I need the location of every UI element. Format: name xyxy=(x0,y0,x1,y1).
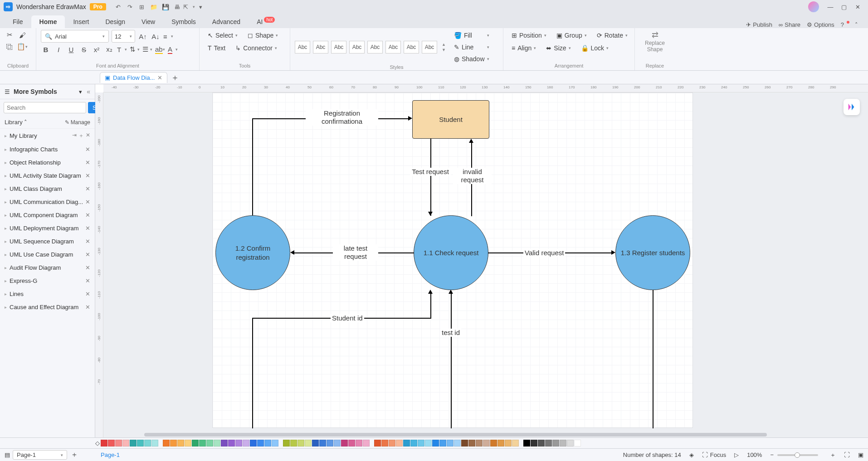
color-swatch[interactable] xyxy=(290,440,297,446)
style-swatch[interactable]: Abc xyxy=(349,41,365,53)
color-swatch[interactable] xyxy=(468,440,475,446)
panel-dropdown-icon[interactable]: ▾ xyxy=(79,88,82,95)
color-swatch[interactable] xyxy=(454,440,461,446)
process-register-students[interactable]: 1.3 Register students xyxy=(615,215,690,290)
library-item[interactable]: ▸Audit Flow Diagram✕ xyxy=(0,261,95,274)
color-swatch[interactable] xyxy=(144,440,151,446)
color-swatch[interactable] xyxy=(108,440,115,446)
close-window-button[interactable]: ✕ xyxy=(851,0,864,14)
color-swatch[interactable] xyxy=(432,440,439,446)
increase-font-icon[interactable]: A↑ xyxy=(138,31,148,41)
font-size-select[interactable]: 12 xyxy=(112,30,135,43)
user-avatar[interactable] xyxy=(808,1,819,12)
connector[interactable] xyxy=(430,139,431,216)
library-item[interactable]: ▸Cause and Effect Diagram✕ xyxy=(0,301,95,314)
bullets-dropdown[interactable]: ☰ xyxy=(142,44,152,54)
open-icon[interactable]: 📁 xyxy=(148,1,160,13)
color-swatch[interactable] xyxy=(396,440,403,446)
drawing-page[interactable]: Student 1.2 Confirm registration 1.1 Che… xyxy=(212,92,693,428)
style-swatch[interactable]: Abc xyxy=(385,41,401,53)
remove-library-icon[interactable]: ✕ xyxy=(85,291,90,297)
tab-advanced[interactable]: Advanced xyxy=(204,15,249,28)
remove-library-icon[interactable]: ✕ xyxy=(85,159,90,166)
bold-icon[interactable]: B xyxy=(41,44,51,54)
library-item[interactable]: ▸Lines✕ xyxy=(0,287,95,301)
color-swatch[interactable] xyxy=(389,440,395,446)
ai-assistant-button[interactable] xyxy=(844,99,860,115)
presentation-icon[interactable]: ▷ xyxy=(734,451,739,458)
canvas[interactable]: Student 1.2 Confirm registration 1.1 Che… xyxy=(103,92,868,437)
gallery-down-icon[interactable]: ▼ xyxy=(442,48,446,52)
flow-label[interactable]: late test request xyxy=(333,244,378,261)
remove-library-icon[interactable]: ✕ xyxy=(85,199,90,205)
collapse-ribbon-button[interactable]: ˄ xyxy=(855,21,858,28)
color-swatch[interactable] xyxy=(257,440,264,446)
align-text-dropdown[interactable]: ≡ xyxy=(163,31,173,41)
page-select[interactable]: Page-1 xyxy=(13,450,67,460)
color-swatch[interactable] xyxy=(381,440,388,446)
color-swatch[interactable] xyxy=(497,440,504,446)
share-button[interactable]: ∞Share xyxy=(779,21,800,28)
color-swatch[interactable] xyxy=(101,440,107,446)
color-swatch[interactable] xyxy=(151,440,158,446)
color-swatch[interactable] xyxy=(130,440,137,446)
export-dropdown[interactable]: ⇱ xyxy=(183,1,195,13)
flow-label[interactable]: Valid request xyxy=(523,249,565,257)
process-confirm-registration[interactable]: 1.2 Confirm registration xyxy=(215,215,290,290)
zoom-in-button[interactable]: ＋ xyxy=(830,451,836,459)
color-swatch[interactable] xyxy=(363,440,370,446)
color-swatch[interactable] xyxy=(531,440,537,446)
color-swatch[interactable] xyxy=(243,440,249,446)
document-tab[interactable]: ▣ Data Flow Dia... ✕ xyxy=(100,72,167,83)
remove-library-icon[interactable]: ✕ xyxy=(85,146,90,153)
tab-design[interactable]: Design xyxy=(97,15,133,28)
tab-ai[interactable]: AIhot xyxy=(249,15,283,28)
entity-student[interactable]: Student xyxy=(412,100,489,139)
help-button[interactable]: ? xyxy=(841,21,848,28)
gallery-up-icon[interactable]: ▲ xyxy=(442,42,446,47)
paste-dropdown[interactable]: 📋 xyxy=(17,42,27,52)
style-swatch[interactable]: Abc xyxy=(313,41,328,53)
color-swatch[interactable] xyxy=(334,440,341,446)
style-swatch[interactable]: Abc xyxy=(295,41,310,53)
color-swatch[interactable] xyxy=(567,440,574,446)
style-swatch[interactable]: Abc xyxy=(422,41,437,53)
remove-library-icon[interactable]: ✕ xyxy=(85,277,90,284)
import-icon[interactable]: ⇥ xyxy=(72,132,77,140)
subscript-icon[interactable]: x₂ xyxy=(104,44,114,54)
color-swatch[interactable] xyxy=(305,440,312,446)
library-item[interactable]: ▸UML Component Diagram✕ xyxy=(0,209,95,222)
color-swatch[interactable] xyxy=(283,440,290,446)
case-dropdown[interactable]: T xyxy=(117,44,127,54)
group-dropdown[interactable]: ▣Group xyxy=(553,30,590,41)
my-library-item[interactable]: ▸ My Library ⇥ ＋ ✕ xyxy=(0,129,95,143)
shape-tool[interactable]: ◻Shape xyxy=(244,30,282,41)
color-swatch[interactable] xyxy=(538,440,545,446)
color-swatch[interactable] xyxy=(272,440,278,446)
slider-knob[interactable] xyxy=(795,452,800,458)
color-swatch[interactable] xyxy=(297,440,304,446)
color-swatch[interactable] xyxy=(560,440,566,446)
maximize-button[interactable]: ▢ xyxy=(837,0,851,14)
color-swatch[interactable] xyxy=(177,440,184,446)
collapse-library-icon[interactable]: ˄ xyxy=(24,119,27,126)
underline-icon[interactable]: U xyxy=(66,44,76,54)
color-swatch[interactable] xyxy=(214,440,220,446)
color-swatch[interactable] xyxy=(545,440,552,446)
color-swatch[interactable] xyxy=(512,440,519,446)
remove-library-icon[interactable]: ✕ xyxy=(85,172,90,179)
tab-view[interactable]: View xyxy=(133,15,163,28)
style-swatch[interactable]: Abc xyxy=(367,41,383,53)
close-tab-icon[interactable]: ✕ xyxy=(157,74,162,81)
color-swatch[interactable] xyxy=(574,440,581,446)
color-swatch[interactable] xyxy=(163,440,170,446)
color-swatch[interactable] xyxy=(327,440,333,446)
library-item[interactable]: ▸UML Communication Diag...✕ xyxy=(0,195,95,209)
tab-file[interactable]: File xyxy=(5,15,31,28)
color-swatch[interactable] xyxy=(418,440,424,446)
font-family-select[interactable]: 🔍 Arial xyxy=(41,30,109,43)
color-swatch[interactable] xyxy=(476,440,483,446)
format-painter-icon[interactable]: 🖌 xyxy=(17,30,27,40)
color-swatch[interactable] xyxy=(312,440,319,446)
add-icon[interactable]: ＋ xyxy=(78,132,84,140)
